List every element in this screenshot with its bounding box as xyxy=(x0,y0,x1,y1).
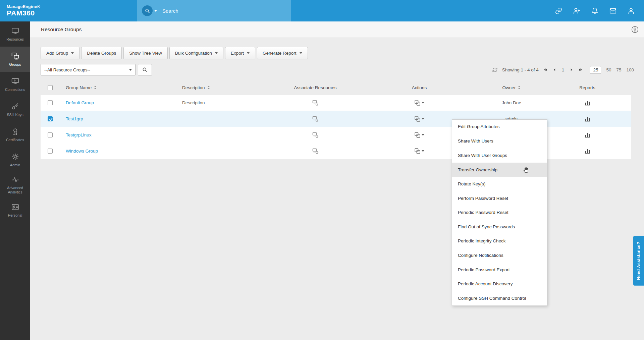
sidebar-item-connections[interactable]: Connections xyxy=(0,72,30,97)
top-bar: ManageEngine® PAM360 Search xyxy=(0,0,644,21)
showing-text: Showing 1 - 4 of 4 xyxy=(502,67,539,72)
sidebar-item-groups[interactable]: Groups xyxy=(0,47,30,72)
search-input[interactable]: Search xyxy=(162,8,178,14)
page-size-100[interactable]: 100 xyxy=(626,67,634,72)
page-title: Resource Groups xyxy=(41,26,82,33)
sidebar-item-admin[interactable]: Admin xyxy=(0,147,30,172)
menu-item-share-with-users[interactable]: Share With Users xyxy=(452,134,547,149)
first-page-button[interactable] xyxy=(543,67,548,72)
add-user-icon[interactable] xyxy=(573,7,580,14)
actions-menu-button[interactable] xyxy=(414,132,424,138)
global-search[interactable]: Search xyxy=(137,0,291,21)
sidebar-item-resources[interactable]: Resources xyxy=(0,21,30,47)
sidebar-item-certificates[interactable]: Certificates xyxy=(0,122,30,147)
delete-groups-button[interactable]: Delete Groups xyxy=(81,47,122,59)
export-button[interactable]: Export xyxy=(225,47,255,59)
search-scope-button[interactable] xyxy=(142,5,153,16)
profile-icon[interactable] xyxy=(628,7,635,14)
generate-report-button[interactable]: Generate Report xyxy=(257,47,308,59)
reports-icon[interactable] xyxy=(584,100,591,106)
sort-icon[interactable] xyxy=(518,86,521,89)
row-checkbox[interactable] xyxy=(48,100,53,105)
associate-resources-icon[interactable] xyxy=(312,148,319,154)
page-header: Resource Groups xyxy=(30,21,644,38)
select-all-checkbox[interactable] xyxy=(48,85,53,90)
select-caret-icon xyxy=(129,69,132,71)
prev-page-button[interactable] xyxy=(552,67,557,72)
row-checkbox[interactable] xyxy=(48,132,53,137)
menu-item-find-out-of-sync-passwords[interactable]: Find Out of Sync Passwords xyxy=(452,220,547,234)
ssh-keys-icon xyxy=(11,102,19,111)
group-name-link[interactable]: Default Group xyxy=(66,100,94,105)
pagination: Showing 1 - 4 of 4 1 25 50 75 100 xyxy=(492,66,634,74)
quick-connect-icon[interactable] xyxy=(555,7,562,14)
mail-icon[interactable] xyxy=(609,7,616,14)
filter-search-button[interactable] xyxy=(138,64,152,75)
associate-resources-icon[interactable] xyxy=(312,100,319,106)
last-page-button[interactable] xyxy=(578,67,583,72)
column-owner[interactable]: Owner xyxy=(480,85,543,90)
sidebar-nav: Resources Groups Connections SSH Keys Ce… xyxy=(0,21,30,340)
reports-icon[interactable] xyxy=(584,148,591,154)
actions-menu-button[interactable] xyxy=(414,116,424,122)
group-name-link[interactable]: Windows Group xyxy=(66,149,98,154)
row-description: Description xyxy=(179,100,272,105)
associate-resources-icon[interactable] xyxy=(312,132,319,138)
need-assistance-tab[interactable]: Need Assistance? xyxy=(633,236,644,286)
reports-icon[interactable] xyxy=(584,116,591,122)
sidebar-label: Personal xyxy=(7,213,23,218)
menu-item-rotate-keys[interactable]: Rotate Key(s) xyxy=(452,177,547,191)
brand-logo: ManageEngine® PAM360 xyxy=(0,5,40,17)
actions-menu-button[interactable] xyxy=(414,148,424,154)
analytics-icon xyxy=(11,175,19,184)
menu-item-share-with-user-groups[interactable]: Share With User Groups xyxy=(452,148,547,163)
menu-item-edit-group-attributes[interactable]: Edit Group Attributes xyxy=(452,120,547,134)
refresh-icon[interactable] xyxy=(492,67,498,73)
menu-item-perform-password-reset[interactable]: Perform Password Reset xyxy=(452,191,547,206)
topbar-icons xyxy=(555,0,644,21)
resources-icon xyxy=(11,27,19,35)
column-group-name[interactable]: Group Name xyxy=(60,85,179,90)
menu-item-periodic-account-discovery[interactable]: Periodic Account Discovery xyxy=(452,277,547,291)
caret-down-icon xyxy=(215,52,218,54)
sidebar-label: SSH Keys xyxy=(6,113,24,117)
sidebar-label: Admin xyxy=(9,163,21,167)
group-name-link[interactable]: TestgrpLinux xyxy=(66,132,92,137)
menu-item-periodic-integrity-check[interactable]: Periodic Integrity Check xyxy=(452,234,547,248)
sort-icon[interactable] xyxy=(94,86,97,89)
page-size-25[interactable]: 25 xyxy=(590,66,601,74)
sidebar-label: Resources xyxy=(5,37,25,42)
group-name-link[interactable]: Test1grp xyxy=(66,116,83,121)
menu-item-periodic-password-export[interactable]: Periodic Password Export xyxy=(452,263,547,277)
sidebar-label: Certificates xyxy=(5,138,25,142)
sidebar-item-personal[interactable]: Personal xyxy=(0,197,30,223)
sort-icon[interactable] xyxy=(207,86,210,89)
show-tree-view-button[interactable]: Show Tree View xyxy=(123,47,167,59)
sidebar-label: Connections xyxy=(4,88,26,92)
sidebar-item-ssh-keys[interactable]: SSH Keys xyxy=(0,97,30,122)
row-checkbox[interactable] xyxy=(48,149,53,154)
help-bulb-icon[interactable] xyxy=(631,26,639,33)
certificates-icon xyxy=(11,127,19,136)
resource-group-filter-select[interactable]: --All Resource Groups-- xyxy=(41,64,136,75)
page-sizes: 25 50 75 100 xyxy=(590,66,634,74)
menu-item-configure-ssh-command-control[interactable]: Configure SSH Command Control xyxy=(452,291,547,305)
filter-selected-option: --All Resource Groups-- xyxy=(44,67,90,72)
sidebar-item-advanced-analytics[interactable]: Advanced Analytics xyxy=(0,172,30,197)
page-size-50[interactable]: 50 xyxy=(606,67,611,72)
notifications-bell-icon[interactable] xyxy=(591,7,598,14)
column-description[interactable]: Description xyxy=(179,85,272,90)
menu-item-configure-notifications[interactable]: Configure Notifications xyxy=(452,248,547,263)
menu-item-periodic-password-reset[interactable]: Periodic Password Reset xyxy=(452,206,547,220)
page-size-75[interactable]: 75 xyxy=(616,67,621,72)
bulk-configuration-button[interactable]: Bulk Configuration xyxy=(169,47,223,59)
brand-manageengine: ManageEngine® xyxy=(7,5,40,9)
associate-resources-icon[interactable] xyxy=(312,116,319,122)
reports-icon[interactable] xyxy=(584,132,591,138)
add-group-button[interactable]: Add Group xyxy=(41,47,79,59)
menu-item-transfer-ownership[interactable]: Transfer Ownership xyxy=(452,163,547,177)
next-page-button[interactable] xyxy=(569,67,574,72)
row-checkbox[interactable] xyxy=(48,116,53,121)
table-row: Default Group Description John Doe xyxy=(41,95,631,111)
actions-menu-button[interactable] xyxy=(414,100,424,106)
